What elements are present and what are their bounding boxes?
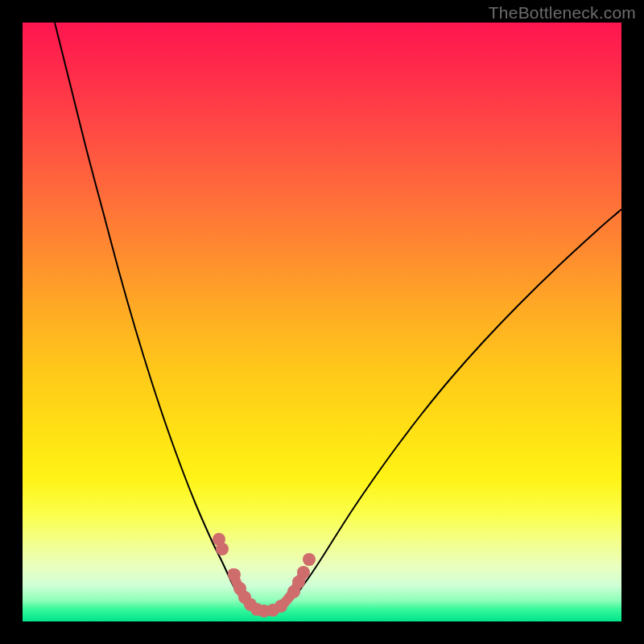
right-curve-path: [267, 209, 621, 611]
dot-marker: [216, 543, 229, 555]
series-left-curve: [55, 23, 267, 611]
watermark-text: TheBottleneck.com: [489, 3, 636, 23]
dot-marker: [303, 553, 316, 566]
dot-marker: [297, 566, 310, 579]
left-curve-path: [55, 23, 267, 611]
chart-svg: [23, 23, 621, 621]
dot-marker: [275, 600, 287, 613]
series-right-curve: [267, 209, 621, 611]
chart-plot-area: [23, 23, 621, 621]
series-dots: [213, 533, 316, 617]
chart-frame: TheBottleneck.com: [0, 0, 644, 644]
dot-marker: [228, 568, 241, 581]
